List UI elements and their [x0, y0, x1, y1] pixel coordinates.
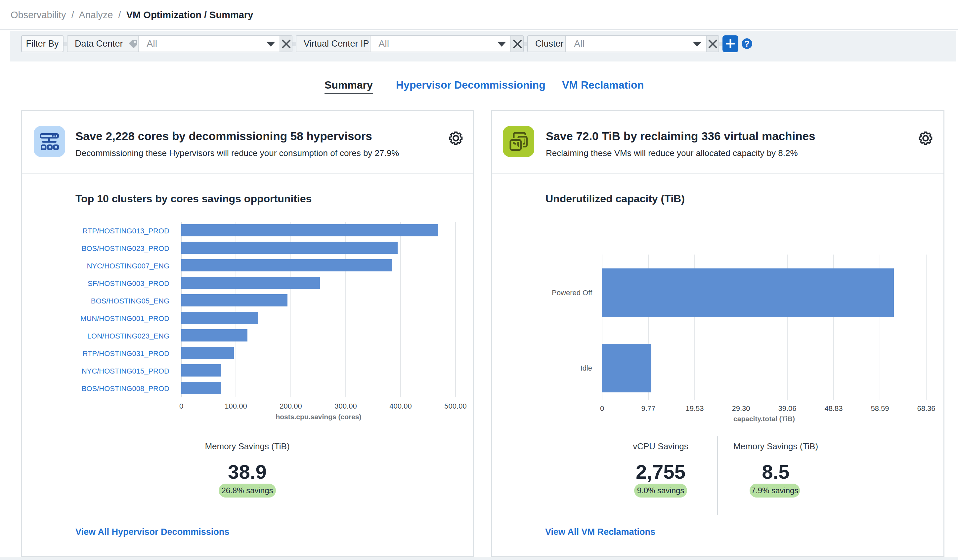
svg-text:300.00: 300.00 — [335, 402, 357, 410]
svg-text:Powered Off: Powered Off — [552, 289, 592, 297]
svg-text:200.00: 200.00 — [279, 402, 302, 410]
svg-text:BOS/HOSTING023_PROD: BOS/HOSTING023_PROD — [82, 244, 170, 253]
svg-text:0: 0 — [600, 404, 604, 413]
svg-text:Idle: Idle — [581, 364, 592, 372]
svg-text:0: 0 — [179, 402, 183, 410]
svg-text:Top 10 clusters by cores savin: Top 10 clusters by cores savings opportu… — [75, 193, 312, 205]
svg-text:NYC/HOSTING015_PROD: NYC/HOSTING015_PROD — [82, 367, 170, 375]
svg-text:capacity.total (TiB): capacity.total (TiB) — [733, 415, 795, 422]
svg-text:500.00: 500.00 — [444, 402, 466, 410]
svg-text:39.06: 39.06 — [778, 404, 796, 413]
svg-text:SF/HOSTING003_PROD: SF/HOSTING003_PROD — [88, 279, 170, 288]
svg-text:MUN/HOSTING001_PROD: MUN/HOSTING001_PROD — [80, 314, 170, 323]
svg-text:RTP/HOSTING013_PROD: RTP/HOSTING013_PROD — [83, 227, 170, 235]
svg-text:400.00: 400.00 — [389, 402, 411, 410]
svg-text:29.30: 29.30 — [732, 404, 750, 413]
svg-text:19.53: 19.53 — [685, 404, 704, 413]
svg-text:58.59: 58.59 — [871, 404, 889, 413]
svg-text:100.00: 100.00 — [225, 402, 247, 410]
svg-text:48.83: 48.83 — [824, 404, 842, 413]
svg-text:NYC/HOSTING007_ENG: NYC/HOSTING007_ENG — [87, 262, 170, 270]
svg-text:BOS/HOSTING008_PROD: BOS/HOSTING008_PROD — [82, 384, 170, 393]
svg-text:BOS/HOSTING05_ENG: BOS/HOSTING05_ENG — [91, 297, 170, 305]
svg-text:hosts.cpu.savings (cores): hosts.cpu.savings (cores) — [276, 413, 361, 421]
svg-text:RTP/HOSTING031_PROD: RTP/HOSTING031_PROD — [83, 350, 170, 358]
svg-text:9.77: 9.77 — [641, 404, 656, 413]
svg-text:LON/HOSTING023_ENG: LON/HOSTING023_ENG — [87, 332, 170, 340]
svg-text:Underutilized capacity (TiB): Underutilized capacity (TiB) — [546, 193, 685, 205]
svg-text:68.36: 68.36 — [917, 404, 935, 413]
